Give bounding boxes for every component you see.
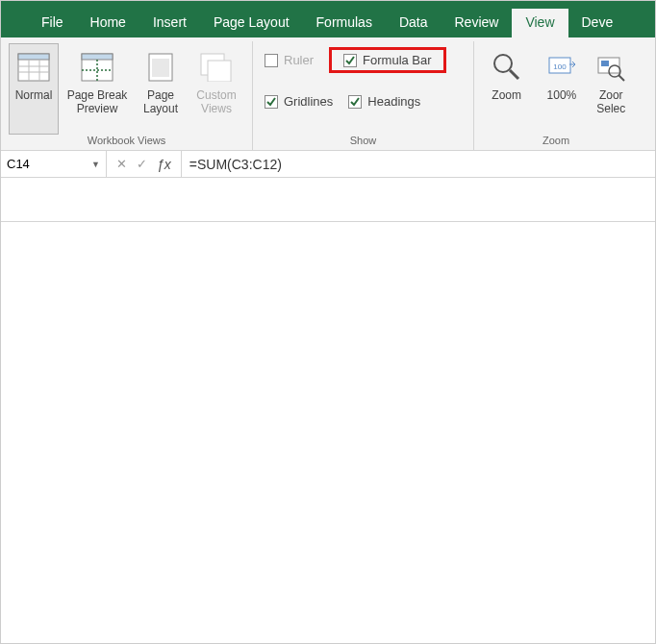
zoom-icon bbox=[490, 50, 524, 85]
formula-bar-buttons: ✕ ✓ ƒx bbox=[107, 151, 182, 177]
tab-page-layout[interactable]: Page Layout bbox=[200, 9, 303, 37]
normal-view-button[interactable]: Normal bbox=[9, 43, 59, 135]
svg-rect-1 bbox=[18, 54, 49, 60]
checkbox-icon bbox=[348, 95, 362, 109]
svg-line-21 bbox=[618, 75, 624, 81]
pbp-label-2: Preview bbox=[77, 102, 118, 115]
tab-review[interactable]: Review bbox=[442, 9, 513, 37]
page-break-preview-icon bbox=[80, 50, 114, 85]
custom-views-icon bbox=[199, 50, 234, 85]
pl-label-2: Layout bbox=[143, 102, 178, 115]
ribbon-tabs: File Home Insert Page Layout Formulas Da… bbox=[1, 9, 655, 37]
group-show-label: Show bbox=[261, 135, 466, 148]
ruler-label: Ruler bbox=[284, 53, 314, 67]
zoom-label: Zoom bbox=[492, 88, 521, 102]
tab-insert[interactable]: Insert bbox=[139, 9, 200, 37]
group-zoom: Zoom 100 100% Zoor Selec Zoom bbox=[474, 41, 638, 150]
checkbox-icon bbox=[343, 54, 357, 67]
formula-bar-highlight: Formula Bar bbox=[329, 47, 446, 73]
zoom-button[interactable]: Zoom bbox=[482, 43, 531, 135]
svg-rect-19 bbox=[601, 61, 609, 66]
formula-bar-expand bbox=[1, 178, 655, 222]
zoom-to-selection-button[interactable]: Zoor Selec bbox=[593, 43, 630, 135]
custom-views-button[interactable]: Custom Views bbox=[191, 43, 241, 135]
group-workbook-views: Normal Page Break Preview Page Layout bbox=[1, 41, 253, 150]
svg-line-15 bbox=[510, 70, 518, 79]
page-layout-icon bbox=[143, 50, 178, 85]
tab-file[interactable]: File bbox=[28, 9, 77, 37]
tab-formulas[interactable]: Formulas bbox=[303, 9, 386, 37]
zts-label-1: Zoor bbox=[599, 88, 623, 102]
tab-home[interactable]: Home bbox=[77, 9, 139, 37]
formula-bar-label: Formula Bar bbox=[363, 53, 432, 67]
headings-checkbox[interactable]: Headings bbox=[344, 92, 424, 111]
normal-label: Normal bbox=[15, 88, 53, 102]
formula-bar: C14 ▼ ✕ ✓ ƒx bbox=[1, 151, 655, 178]
cv-label-1: Custom bbox=[196, 88, 236, 102]
zts-label-2: Selec bbox=[596, 102, 625, 115]
checkbox-icon bbox=[265, 54, 278, 67]
tab-developer[interactable]: Deve bbox=[568, 9, 627, 37]
cv-label-2: Views bbox=[201, 102, 232, 115]
tab-view[interactable]: View bbox=[512, 9, 568, 37]
name-box[interactable]: C14 ▼ bbox=[1, 151, 107, 177]
group-show: Ruler Formula Bar Gridlines Headings bbox=[253, 41, 474, 150]
normal-view-icon bbox=[16, 50, 51, 85]
tab-data[interactable]: Data bbox=[386, 9, 442, 37]
checkbox-icon bbox=[265, 95, 278, 109]
gridlines-checkbox[interactable]: Gridlines bbox=[261, 92, 337, 111]
zoom-100-button[interactable]: 100 100% bbox=[537, 43, 586, 135]
svg-rect-7 bbox=[82, 54, 113, 60]
svg-text:100: 100 bbox=[553, 62, 567, 71]
name-box-value: C14 bbox=[7, 157, 30, 171]
ruler-checkbox[interactable]: Ruler bbox=[261, 47, 317, 73]
zoom-to-selection-icon bbox=[593, 50, 628, 85]
group-workbook-views-label: Workbook Views bbox=[9, 135, 244, 148]
cancel-icon[interactable]: ✕ bbox=[116, 157, 127, 171]
group-zoom-label: Zoom bbox=[482, 135, 630, 148]
svg-rect-13 bbox=[208, 61, 231, 82]
svg-point-14 bbox=[494, 55, 512, 72]
headings-label: Headings bbox=[367, 94, 420, 109]
pbp-label-1: Page Break bbox=[67, 88, 128, 102]
zoom-100-icon: 100 bbox=[544, 50, 579, 85]
zoom-100-label: 100% bbox=[547, 88, 577, 102]
pl-label-1: Page bbox=[147, 88, 174, 102]
insert-function-icon[interactable]: ƒx bbox=[157, 157, 171, 172]
ribbon: Normal Page Break Preview Page Layout bbox=[1, 37, 655, 151]
page-layout-button[interactable]: Page Layout bbox=[136, 43, 186, 135]
page-break-preview-button[interactable]: Page Break Preview bbox=[64, 43, 130, 135]
chevron-down-icon[interactable]: ▼ bbox=[91, 160, 100, 169]
titlebar bbox=[1, 1, 655, 9]
svg-rect-11 bbox=[152, 59, 169, 77]
formula-bar-checkbox[interactable]: Formula Bar bbox=[340, 51, 436, 69]
gridlines-label: Gridlines bbox=[284, 94, 333, 109]
formula-input[interactable] bbox=[182, 151, 655, 177]
enter-icon[interactable]: ✓ bbox=[137, 157, 147, 171]
